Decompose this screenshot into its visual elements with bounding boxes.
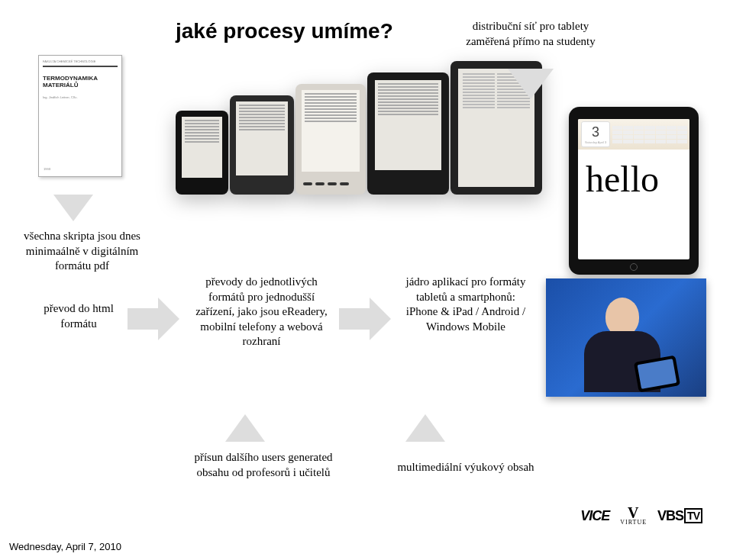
book-author: Ing. Jindřich Leitner, CSc.	[43, 96, 118, 100]
arrow-down-icon	[53, 195, 93, 221]
ipad-calendar-grid	[610, 124, 689, 146]
label-html-conversion: převod do html formátu	[29, 301, 128, 331]
arrow-down-icon	[508, 69, 554, 99]
slide-title: jaké procesy umíme?	[176, 19, 393, 43]
ereaders-row	[176, 57, 542, 195]
label-distribution-network: distribuční síť pro tablety zaměřená pří…	[458, 19, 603, 49]
slide-datestamp: Wednesday, April 7, 2010	[9, 541, 121, 552]
vbstv-logo: VBSTV	[657, 508, 702, 524]
ipad-day-text: Saturday April 3	[585, 140, 606, 144]
ereader-device	[295, 84, 366, 195]
tv-text: TV	[684, 508, 702, 523]
ipad-home-button-icon	[630, 263, 638, 271]
ereader-device	[230, 95, 293, 195]
label-scripts-pdf: všechna skripta jsou dnes minimaálně v d…	[23, 229, 141, 274]
arrow-up-icon	[225, 414, 265, 442]
person-photo	[546, 278, 706, 397]
arrow-up-icon	[405, 414, 445, 442]
tablet-in-photo	[634, 356, 680, 393]
label-user-generated: přísun dalšího users generated obsahu od…	[187, 450, 340, 480]
footer-logos: VICE V VIRTUE VBSTV	[580, 507, 702, 526]
virtue-logo: V VIRTUE	[620, 507, 647, 526]
book-faculty: FAKULTA CHEMICKÉ TECHNOLOGIE	[43, 60, 118, 64]
label-app-core: jádro aplikací pro formáty tabletů a sma…	[405, 275, 527, 334]
vbs-text: VBS	[657, 508, 683, 523]
arrow-right-icon	[339, 298, 391, 340]
ereader-device	[176, 111, 228, 195]
ipad-day-number: 3	[592, 124, 599, 140]
ipad-device: 3 Saturday April 3 hello	[569, 107, 699, 275]
virtue-label: VIRTUE	[620, 519, 647, 526]
book-cover: FAKULTA CHEMICKÉ TECHNOLOGIE TERMODYNAMI…	[38, 55, 122, 177]
ipad-calendar-date: 3 Saturday April 3	[581, 121, 610, 147]
ipad-handwriting: hello	[586, 161, 682, 198]
label-multimedia-content: multimediální výukový obsah	[382, 460, 550, 475]
vice-logo: VICE	[580, 508, 609, 524]
ereader-device	[367, 72, 448, 195]
arrow-right-icon	[128, 298, 179, 340]
book-title: TERMODYNAMIKA MATERIÁLŮ	[43, 75, 118, 89]
label-formats-conversion: převody do jednotlivých formátů pro jedn…	[191, 275, 332, 349]
